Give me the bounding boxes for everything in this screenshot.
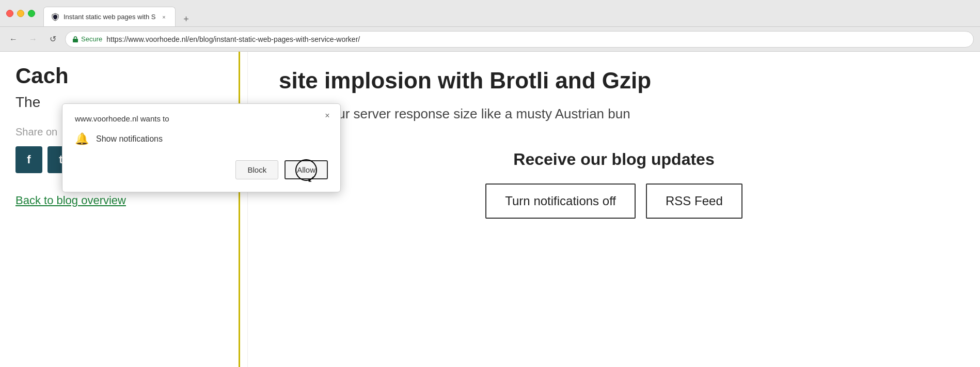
- back-button[interactable]: ←: [6, 32, 21, 47]
- browser-window: Instant static web pages with S × + ← → …: [0, 0, 980, 367]
- updates-buttons: Turn notifications off RSS Feed: [279, 184, 949, 219]
- popup-notification-row: 🔔 Show notifications: [75, 132, 328, 146]
- popup-site-text: www.voorhoede.nl wants to: [75, 114, 328, 123]
- tab-title: Instant static web pages with S: [64, 13, 155, 21]
- title-bar: Instant static web pages with S × +: [0, 0, 980, 27]
- traffic-lights: [6, 10, 35, 17]
- secure-badge: Secure: [72, 35, 102, 43]
- updates-section: Receive our blog updates Turn notificati…: [279, 150, 949, 219]
- refresh-button[interactable]: ↺: [45, 32, 60, 47]
- url-text: https://www.voorhoede.nl/en/blog/instant…: [106, 35, 360, 43]
- allow-button-container: Allow ↙: [284, 160, 328, 179]
- blog-title-partial: Cach: [15, 64, 232, 88]
- new-tab-button[interactable]: +: [179, 12, 193, 26]
- facebook-icon[interactable]: f: [15, 146, 42, 173]
- blog-right: site implosion with Brotli and Gzip crus…: [248, 52, 980, 367]
- brave-shield-icon: [51, 13, 59, 21]
- bell-icon: 🔔: [75, 132, 89, 146]
- address-bar: ← → ↺ Secure https://www.voorhoede.nl/en…: [0, 27, 980, 52]
- blog-main-title: site implosion with Brotli and Gzip: [279, 67, 949, 95]
- back-to-overview-link[interactable]: Back to blog overview: [15, 194, 232, 207]
- page-body: Cach The Share on f t g+ in Back to blog…: [0, 52, 980, 367]
- maximize-window-button[interactable]: [28, 10, 35, 17]
- rss-feed-button[interactable]: RSS Feed: [646, 184, 742, 219]
- active-tab[interactable]: Instant static web pages with S ×: [43, 7, 176, 26]
- tab-bar: Instant static web pages with S × +: [43, 0, 974, 26]
- forward-button[interactable]: →: [26, 32, 40, 47]
- popup-buttons: Block Allow ↙: [75, 160, 328, 179]
- popup-close-button[interactable]: ×: [322, 110, 333, 121]
- url-bar[interactable]: Secure https://www.voorhoede.nl/en/blog/…: [65, 31, 974, 48]
- page-content: Cach The Share on f t g+ in Back to blog…: [0, 52, 980, 367]
- tab-close-button[interactable]: ×: [160, 13, 168, 21]
- secure-label: Secure: [81, 35, 102, 43]
- blog-excerpt: crushed our server response size like a …: [279, 104, 949, 124]
- blog-left: Cach The Share on f t g+ in Back to blog…: [0, 52, 248, 367]
- svg-rect-0: [73, 39, 78, 42]
- notification-text: Show notifications: [96, 134, 163, 144]
- block-button[interactable]: Block: [235, 160, 278, 179]
- turn-notifications-off-button[interactable]: Turn notifications off: [485, 184, 636, 219]
- allow-button[interactable]: Allow: [284, 160, 328, 179]
- updates-title: Receive our blog updates: [279, 150, 949, 169]
- minimize-window-button[interactable]: [17, 10, 24, 17]
- notification-popup: www.voorhoede.nl wants to × 🔔 Show notif…: [62, 103, 341, 192]
- close-window-button[interactable]: [6, 10, 13, 17]
- lock-icon: [72, 36, 79, 43]
